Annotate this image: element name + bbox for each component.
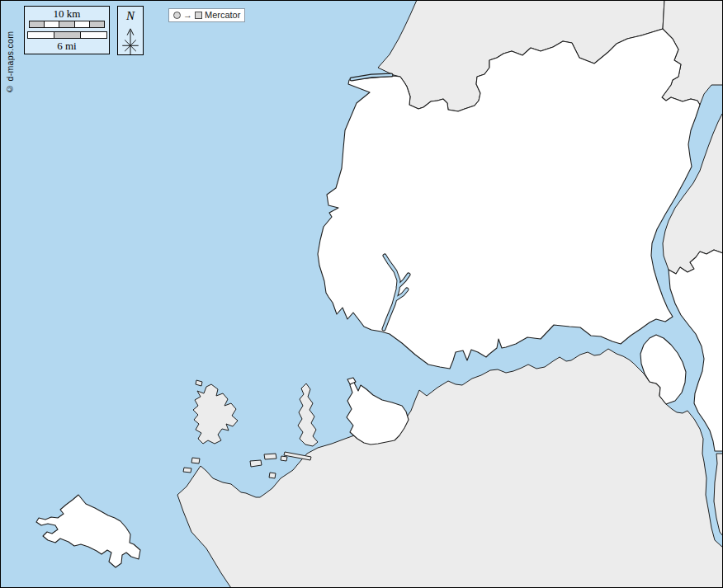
map-canvas: © d-maps.com 10 km 6 mi N: [0, 0, 723, 588]
square-icon: [195, 12, 202, 19]
attribution-text: © d-maps.com: [3, 5, 17, 94]
main-region: [318, 29, 700, 369]
scale-box: 10 km 6 mi: [24, 6, 110, 54]
scale-segment: [80, 32, 106, 38]
compass-box: N: [117, 6, 144, 55]
scale-segment: [74, 21, 89, 27]
scale-bar-km: [29, 21, 105, 28]
scale-segment: [89, 21, 104, 27]
arrow-right-icon: →: [183, 9, 192, 21]
base-map: [0, 0, 723, 588]
scale-km-label: 10 km: [25, 7, 109, 20]
scale-mi-label: 6 mi: [25, 40, 109, 52]
projection-label: Mercator: [205, 9, 240, 21]
scale-bar-mi: [27, 31, 107, 39]
circle-icon: [173, 12, 181, 19]
scale-segment: [54, 32, 80, 38]
projection-legend: → Mercator: [168, 8, 245, 22]
scale-segment: [59, 21, 73, 27]
scale-segment: [28, 32, 54, 38]
compass-rose-icon: [120, 24, 141, 54]
north-label: N: [126, 7, 135, 24]
scale-segment: [30, 21, 44, 27]
scale-segment: [44, 21, 59, 27]
